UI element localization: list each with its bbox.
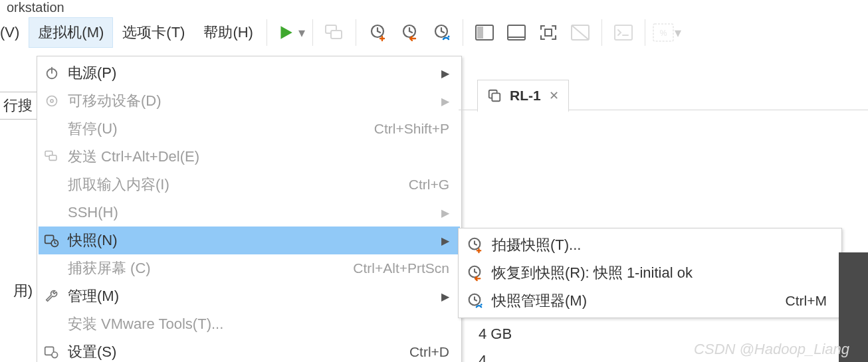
separator <box>312 19 313 46</box>
snapshot-submenu: 拍摄快照(T)... 恢复到快照(R): 快照 1-initial ok 快照管… <box>458 228 842 318</box>
menu-label: 设置(S) <box>65 342 409 362</box>
shortcut: Ctrl+D <box>409 344 449 360</box>
shortcut: Ctrl+G <box>409 177 449 193</box>
power-on-button[interactable]: ▾ <box>276 18 306 47</box>
submenu-arrow-icon: ▶ <box>441 95 449 108</box>
toolbar: ▾ % <box>271 18 681 47</box>
snapshot-icon <box>39 233 65 248</box>
power-icon <box>39 66 65 80</box>
menu-snapshot[interactable]: 快照(N) ▶ <box>39 226 460 254</box>
menu-label: 管理(M) <box>65 286 436 306</box>
svg-point-19 <box>51 100 53 102</box>
send-cad-icon <box>39 150 65 163</box>
view-single-button[interactable] <box>502 18 531 47</box>
vm-details: 4 GB 4 <box>479 325 512 362</box>
submenu-take-snapshot[interactable]: 拍摄快照(T)... <box>460 231 840 259</box>
svg-text:%: % <box>660 29 667 38</box>
left-cut-fragments: 行搜 用) <box>0 50 37 306</box>
separator <box>645 19 645 46</box>
svg-rect-7 <box>477 27 483 39</box>
shortcut: Ctrl+Shift+P <box>374 121 449 137</box>
menu-label: 可移动设备(D) <box>65 91 436 111</box>
menu-vm[interactable]: 虚拟机(M) <box>29 17 113 48</box>
submenu-arrow-icon: ▶ <box>441 67 449 80</box>
menu-capture-screen: 捕获屏幕 (C) Ctrl+Alt+PrtScn <box>39 254 460 282</box>
menu-label: 快照(N) <box>65 230 436 250</box>
send-cad-button <box>320 18 349 47</box>
menu-tabs[interactable]: 选项卡(T) <box>113 17 194 48</box>
vm-dropdown-menu: 电源(P) ▶ 可移动设备(D) ▶ 暂停(U) Ctrl+Shift+P 发送… <box>37 56 462 362</box>
revert-snapshot-button[interactable] <box>395 18 424 47</box>
separator <box>463 19 463 46</box>
view-split-button[interactable] <box>470 18 499 47</box>
menu-send-cad: 发送 Ctrl+Alt+Del(E) <box>39 143 460 171</box>
menu-label: 安装 VMware Tools(T)... <box>65 314 449 334</box>
snapshot-manager-button[interactable] <box>427 18 456 47</box>
tab-label: RL-1 <box>510 88 541 104</box>
svg-point-25 <box>52 352 58 358</box>
yong-fragment: 用) <box>0 276 37 306</box>
watermark: CSDN @Hadoop_Liang <box>694 341 849 358</box>
menu-label: 暂停(U) <box>65 119 374 139</box>
stretch-button: % ▾ <box>652 18 681 47</box>
menu-pause: 暂停(U) Ctrl+Shift+P <box>39 115 460 143</box>
shortcut: Ctrl+M <box>786 293 827 309</box>
menu-help[interactable]: 帮助(H) <box>194 17 263 48</box>
submenu-arrow-icon: ▶ <box>441 290 449 303</box>
menu-label: 发送 Ctrl+Alt+Del(E) <box>65 147 449 167</box>
menu-label: 捕获屏幕 (C) <box>65 258 353 278</box>
menu-install-tools: 安装 VMware Tools(T)... <box>39 310 460 338</box>
svg-rect-1 <box>331 31 342 39</box>
unity-button <box>566 18 595 47</box>
menu-removable-devices: 可移动设备(D) ▶ <box>39 87 460 115</box>
svg-point-18 <box>47 96 57 106</box>
detail-memory: 4 GB <box>479 325 512 352</box>
shortcut: Ctrl+Alt+PrtScn <box>353 260 449 276</box>
menu-label: SSH(H) <box>65 204 436 221</box>
dark-side-strip <box>839 252 868 362</box>
tab-stack-icon <box>487 88 502 103</box>
fullscreen-button[interactable] <box>534 18 563 47</box>
search-fragment[interactable]: 行搜 <box>0 92 37 120</box>
svg-rect-21 <box>49 155 56 161</box>
submenu-label: 恢复到快照(R): 快照 1-initial ok <box>489 263 827 283</box>
wrench-icon <box>39 289 65 304</box>
submenu-arrow-icon: ▶ <box>441 234 449 247</box>
menu-label: 电源(P) <box>65 63 436 83</box>
menubar: (V) 虚拟机(M) 选项卡(T) 帮助(H) ▾ <box>0 15 868 51</box>
settings-icon <box>39 345 65 359</box>
revert-snapshot-icon <box>460 264 489 282</box>
submenu-label: 拍摄快照(T)... <box>489 235 827 255</box>
dropdown-arrow-icon[interactable]: ▾ <box>298 25 305 41</box>
vm-tab[interactable]: RL-1 ✕ <box>477 80 569 112</box>
menu-label: 抓取输入内容(I) <box>65 175 409 195</box>
menu-settings[interactable]: 设置(S) Ctrl+D <box>39 338 460 362</box>
menu-power[interactable]: 电源(P) ▶ <box>39 59 460 87</box>
svg-point-5 <box>447 36 449 38</box>
submenu-arrow-icon: ▶ <box>441 207 449 219</box>
console-button <box>609 18 638 47</box>
submenu-snapshot-manager[interactable]: 快照管理器(M) Ctrl+M <box>460 287 840 315</box>
separator <box>601 19 602 46</box>
disc-icon <box>39 94 65 108</box>
window-title-fragment: orkstation <box>0 0 868 15</box>
menu-ssh: SSH(H) ▶ <box>39 199 460 226</box>
separator <box>267 19 267 46</box>
detail-cpu: 4 <box>479 352 512 362</box>
menu-manage[interactable]: 管理(M) ▶ <box>39 282 460 310</box>
svg-rect-13 <box>615 25 632 40</box>
menu-grab-input: 抓取输入内容(I) Ctrl+G <box>39 171 460 199</box>
take-snapshot-icon <box>460 236 489 254</box>
submenu-revert-snapshot[interactable]: 恢复到快照(R): 快照 1-initial ok <box>460 259 840 287</box>
separator <box>356 19 356 46</box>
svg-line-12 <box>572 25 589 40</box>
close-icon[interactable]: ✕ <box>549 88 559 103</box>
svg-point-29 <box>481 304 483 306</box>
submenu-label: 快照管理器(M) <box>489 291 786 311</box>
snapshot-manager-icon <box>460 292 489 310</box>
take-snapshot-button[interactable] <box>363 18 392 47</box>
svg-rect-10 <box>545 29 552 36</box>
menu-view[interactable]: (V) <box>0 19 29 46</box>
svg-rect-31 <box>492 93 500 101</box>
